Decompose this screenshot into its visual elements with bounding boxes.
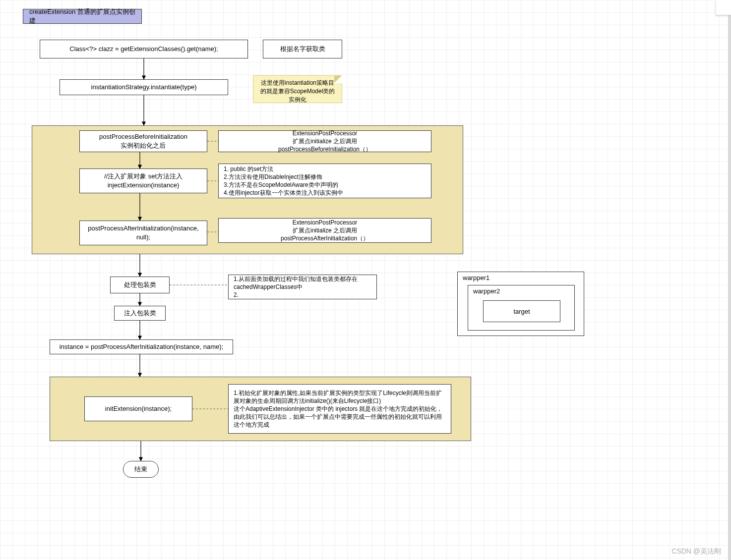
box-init-extension: initExtension(instance);	[84, 396, 192, 421]
wrapper-outer-label: warpper1	[463, 274, 489, 281]
note-init-extension: 1.初始化扩展对象的属性,如果当前扩展实例的类型实现了Lifecycle则调用当…	[228, 384, 451, 434]
box-post-after-name: instance = postProcessAfterInitializatio…	[50, 339, 233, 354]
wrapper-inner: target	[483, 300, 560, 322]
wrapper-middle-label: warpper2	[473, 287, 500, 295]
note-instantiate: 这里使用instantiation策略目的就是兼容ScopeModel类的实例化	[253, 75, 342, 103]
box-inject-wrap: 注入包装类	[114, 306, 166, 321]
box-process-wrap: 处理包装类	[110, 277, 170, 293]
box-before-right: ExtensionPostProcessor 扩展点initialize 之后调…	[218, 130, 431, 152]
note-get-class: 根据名字获取类	[263, 40, 342, 58]
box-after-left: postProcessAfterInitialization(instance,…	[79, 221, 207, 245]
note-process-wrap: 1.从前面类加载的过程中我们知道包装类都存在cachedWrapperClass…	[228, 275, 377, 299]
wrapper-middle: warpper2 target	[468, 285, 575, 331]
title-box: createExtension 普通的扩展点实例创建	[23, 9, 142, 24]
watermark: CSDN @吴法刚	[671, 547, 721, 556]
box-inject-left: //注入扩展对象 set方法注入 injectExtension(instanc…	[79, 168, 207, 193]
page-corner	[716, 0, 731, 15]
box-after-right: ExtensionPostProcessor 扩展点initialize 之后调…	[218, 218, 431, 243]
box-before-left: postProcessBeforeInitialization 实例初始化之后	[79, 130, 207, 152]
end-node: 结束	[123, 461, 159, 478]
step-get-class: Class<?> clazz = getExtensionClasses().g…	[40, 40, 248, 58]
right-edge	[728, 0, 731, 560]
wrapper-inner-label: target	[513, 308, 530, 315]
step-instantiate: instantiationStrategy.instantiate(type)	[60, 79, 228, 95]
wrapper-outer: warpper1 warpper2 target	[457, 272, 584, 336]
box-inject-right: 1. public 的set方法 2.方法没有使用DisableInject注解…	[218, 164, 431, 198]
